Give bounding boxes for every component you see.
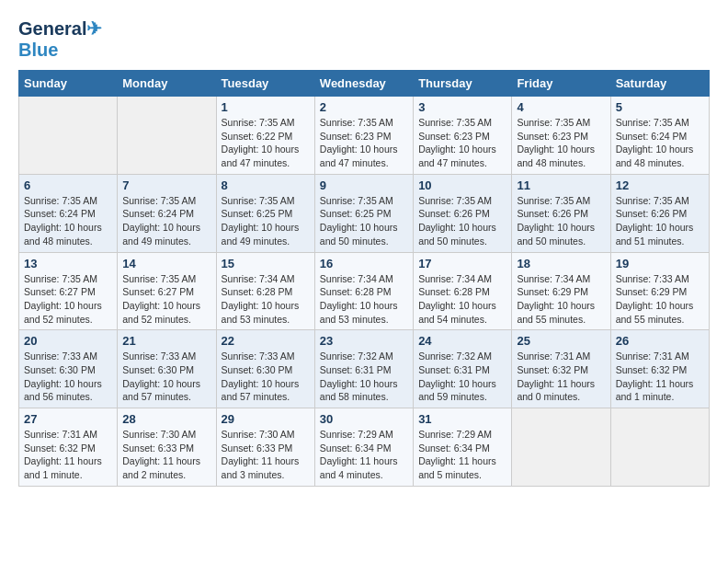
day-number: 4 — [517, 100, 605, 114]
calendar-cell: 22Sunrise: 7:33 AM Sunset: 6:30 PM Dayli… — [216, 330, 314, 408]
cell-info: Sunrise: 7:35 AM Sunset: 6:23 PM Dayligh… — [517, 116, 605, 170]
day-number: 8 — [222, 178, 310, 192]
cell-info: Sunrise: 7:35 AM Sunset: 6:25 PM Dayligh… — [320, 194, 408, 248]
calendar-cell: 3Sunrise: 7:35 AM Sunset: 6:23 PM Daylig… — [414, 97, 512, 175]
day-number: 3 — [418, 100, 506, 114]
calendar-cell: 29Sunrise: 7:30 AM Sunset: 6:33 PM Dayli… — [216, 408, 314, 487]
calendar-cell — [610, 408, 709, 487]
calendar-cell: 7Sunrise: 7:35 AM Sunset: 6:24 PM Daylig… — [118, 174, 216, 252]
calendar-cell: 24Sunrise: 7:32 AM Sunset: 6:31 PM Dayli… — [414, 330, 512, 408]
cell-info: Sunrise: 7:34 AM Sunset: 6:28 PM Dayligh… — [222, 272, 310, 327]
cell-info: Sunrise: 7:34 AM Sunset: 6:28 PM Dayligh… — [320, 272, 408, 327]
day-number: 30 — [320, 412, 408, 426]
calendar-cell: 10Sunrise: 7:35 AM Sunset: 6:26 PM Dayli… — [414, 174, 512, 252]
week-row-2: 6Sunrise: 7:35 AM Sunset: 6:24 PM Daylig… — [19, 174, 710, 252]
calendar-cell: 25Sunrise: 7:31 AM Sunset: 6:32 PM Dayli… — [512, 330, 610, 408]
calendar-cell: 5Sunrise: 7:35 AM Sunset: 6:24 PM Daylig… — [610, 97, 709, 175]
header-row: SundayMondayTuesdayWednesdayThursdayFrid… — [19, 71, 710, 97]
cell-info: Sunrise: 7:35 AM Sunset: 6:26 PM Dayligh… — [418, 194, 506, 248]
calendar-cell: 31Sunrise: 7:29 AM Sunset: 6:34 PM Dayli… — [414, 408, 512, 487]
calendar-cell: 26Sunrise: 7:31 AM Sunset: 6:32 PM Dayli… — [610, 330, 709, 408]
cell-info: Sunrise: 7:34 AM Sunset: 6:28 PM Dayligh… — [418, 272, 506, 327]
week-row-1: 1Sunrise: 7:35 AM Sunset: 6:22 PM Daylig… — [19, 97, 710, 175]
cell-info: Sunrise: 7:33 AM Sunset: 6:30 PM Dayligh… — [222, 350, 310, 404]
calendar-cell: 28Sunrise: 7:30 AM Sunset: 6:33 PM Dayli… — [118, 408, 216, 487]
day-header-thursday: Thursday — [414, 71, 512, 97]
day-number: 23 — [320, 334, 408, 348]
cell-info: Sunrise: 7:29 AM Sunset: 6:34 PM Dayligh… — [320, 428, 408, 482]
week-row-5: 27Sunrise: 7:31 AM Sunset: 6:32 PM Dayli… — [19, 408, 710, 487]
day-header-monday: Monday — [118, 71, 216, 97]
calendar-cell: 17Sunrise: 7:34 AM Sunset: 6:28 PM Dayli… — [414, 252, 512, 330]
calendar-cell: 16Sunrise: 7:34 AM Sunset: 6:28 PM Dayli… — [314, 252, 413, 330]
calendar-cell: 2Sunrise: 7:35 AM Sunset: 6:23 PM Daylig… — [314, 97, 413, 175]
day-header-wednesday: Wednesday — [314, 71, 413, 97]
logo: General✈ Blue — [18, 18, 102, 61]
day-header-sunday: Sunday — [19, 71, 118, 97]
day-header-tuesday: Tuesday — [216, 71, 314, 97]
calendar-cell — [19, 97, 118, 175]
cell-info: Sunrise: 7:31 AM Sunset: 6:32 PM Dayligh… — [517, 350, 605, 404]
day-number: 15 — [222, 257, 310, 270]
day-header-friday: Friday — [512, 71, 610, 97]
cell-info: Sunrise: 7:35 AM Sunset: 6:27 PM Dayligh… — [122, 272, 210, 327]
cell-info: Sunrise: 7:35 AM Sunset: 6:22 PM Dayligh… — [222, 116, 310, 170]
day-header-saturday: Saturday — [610, 71, 709, 97]
calendar-cell — [512, 408, 610, 487]
cell-info: Sunrise: 7:34 AM Sunset: 6:29 PM Dayligh… — [517, 272, 605, 327]
cell-info: Sunrise: 7:30 AM Sunset: 6:33 PM Dayligh… — [222, 428, 310, 482]
cell-info: Sunrise: 7:35 AM Sunset: 6:23 PM Dayligh… — [418, 116, 506, 170]
day-number: 16 — [320, 257, 408, 270]
calendar-cell: 1Sunrise: 7:35 AM Sunset: 6:22 PM Daylig… — [216, 97, 314, 175]
page-header: General✈ Blue — [18, 18, 710, 61]
day-number: 13 — [24, 257, 112, 270]
day-number: 29 — [222, 412, 310, 426]
cell-info: Sunrise: 7:32 AM Sunset: 6:31 PM Dayligh… — [418, 350, 506, 404]
calendar-cell: 9Sunrise: 7:35 AM Sunset: 6:25 PM Daylig… — [314, 174, 413, 252]
calendar-cell: 6Sunrise: 7:35 AM Sunset: 6:24 PM Daylig… — [19, 174, 118, 252]
cell-info: Sunrise: 7:35 AM Sunset: 6:23 PM Dayligh… — [320, 116, 408, 170]
calendar-cell: 20Sunrise: 7:33 AM Sunset: 6:30 PM Dayli… — [19, 330, 118, 408]
cell-info: Sunrise: 7:33 AM Sunset: 6:29 PM Dayligh… — [616, 272, 704, 327]
cell-info: Sunrise: 7:35 AM Sunset: 6:25 PM Dayligh… — [222, 194, 310, 248]
day-number: 12 — [616, 178, 704, 192]
calendar-cell: 19Sunrise: 7:33 AM Sunset: 6:29 PM Dayli… — [610, 252, 709, 330]
calendar-cell: 21Sunrise: 7:33 AM Sunset: 6:30 PM Dayli… — [118, 330, 216, 408]
cell-info: Sunrise: 7:33 AM Sunset: 6:30 PM Dayligh… — [122, 350, 210, 404]
day-number: 28 — [122, 412, 210, 426]
day-number: 22 — [222, 334, 310, 348]
cell-info: Sunrise: 7:35 AM Sunset: 6:27 PM Dayligh… — [24, 272, 112, 327]
day-number: 19 — [616, 257, 704, 270]
cell-info: Sunrise: 7:31 AM Sunset: 6:32 PM Dayligh… — [24, 428, 112, 482]
day-number: 7 — [122, 178, 210, 192]
day-number: 10 — [418, 178, 506, 192]
calendar-cell: 4Sunrise: 7:35 AM Sunset: 6:23 PM Daylig… — [512, 97, 610, 175]
day-number: 1 — [222, 100, 310, 114]
day-number: 26 — [616, 334, 704, 348]
day-number: 14 — [122, 257, 210, 270]
cell-info: Sunrise: 7:35 AM Sunset: 6:26 PM Dayligh… — [616, 194, 704, 248]
calendar-cell: 14Sunrise: 7:35 AM Sunset: 6:27 PM Dayli… — [118, 252, 216, 330]
day-number: 24 — [418, 334, 506, 348]
day-number: 5 — [616, 100, 704, 114]
calendar-cell: 13Sunrise: 7:35 AM Sunset: 6:27 PM Dayli… — [19, 252, 118, 330]
cell-info: Sunrise: 7:35 AM Sunset: 6:24 PM Dayligh… — [616, 116, 704, 170]
calendar-cell: 11Sunrise: 7:35 AM Sunset: 6:26 PM Dayli… — [512, 174, 610, 252]
cell-info: Sunrise: 7:32 AM Sunset: 6:31 PM Dayligh… — [320, 350, 408, 404]
calendar-cell: 30Sunrise: 7:29 AM Sunset: 6:34 PM Dayli… — [314, 408, 413, 487]
day-number: 20 — [24, 334, 112, 348]
day-number: 18 — [517, 257, 605, 270]
cell-info: Sunrise: 7:33 AM Sunset: 6:30 PM Dayligh… — [24, 350, 112, 404]
day-number: 11 — [517, 178, 605, 192]
day-number: 27 — [24, 412, 112, 426]
day-number: 17 — [418, 257, 506, 270]
day-number: 6 — [24, 178, 112, 192]
week-row-3: 13Sunrise: 7:35 AM Sunset: 6:27 PM Dayli… — [19, 252, 710, 330]
calendar-cell: 27Sunrise: 7:31 AM Sunset: 6:32 PM Dayli… — [19, 408, 118, 487]
cell-info: Sunrise: 7:31 AM Sunset: 6:32 PM Dayligh… — [616, 350, 704, 404]
week-row-4: 20Sunrise: 7:33 AM Sunset: 6:30 PM Dayli… — [19, 330, 710, 408]
cell-info: Sunrise: 7:35 AM Sunset: 6:24 PM Dayligh… — [122, 194, 210, 248]
day-number: 31 — [418, 412, 506, 426]
calendar-cell: 18Sunrise: 7:34 AM Sunset: 6:29 PM Dayli… — [512, 252, 610, 330]
cell-info: Sunrise: 7:35 AM Sunset: 6:24 PM Dayligh… — [24, 194, 112, 248]
